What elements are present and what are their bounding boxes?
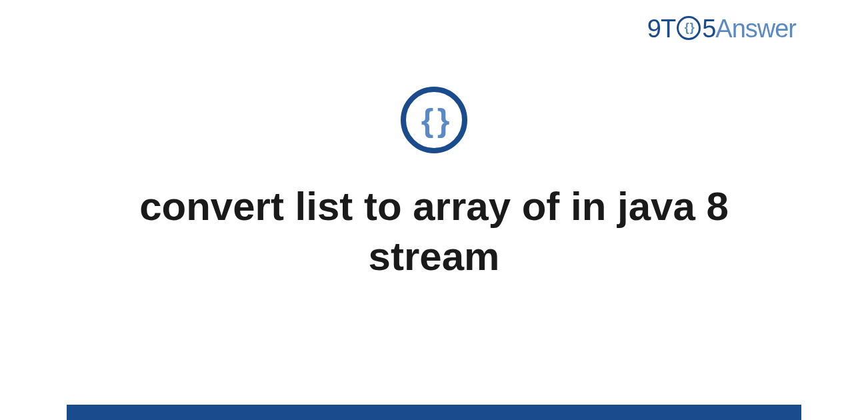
code-braces-icon: { }	[421, 102, 447, 139]
page-title: convert list to array of in java 8 strea…	[101, 181, 767, 281]
decorative-bottom-bar	[67, 405, 801, 420]
center-icon: { }	[401, 87, 467, 153]
logo-circle-icon: { }	[677, 16, 701, 40]
site-logo: 9T { } 5 Answer	[647, 15, 796, 43]
logo-text-9t: 9T	[647, 15, 675, 43]
braces-icon: { }	[685, 21, 693, 35]
circle-icon: { }	[401, 87, 467, 153]
logo-text-answer: Answer	[715, 15, 796, 43]
logo-text-5: 5	[702, 15, 715, 43]
